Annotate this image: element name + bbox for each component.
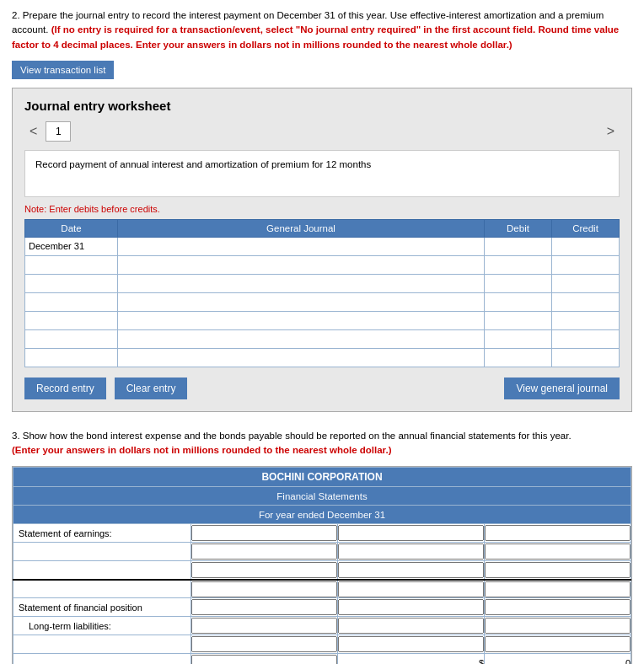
- debit-input-2[interactable]: [485, 256, 551, 274]
- general-input-2[interactable]: [118, 256, 484, 274]
- earnings-r2-input2[interactable]: [338, 562, 484, 578]
- earnings-input-c2[interactable]: [338, 525, 484, 541]
- clear-entry-button[interactable]: Clear entry: [115, 378, 188, 399]
- view-general-journal-button[interactable]: View general journal: [504, 378, 620, 399]
- earnings-r1-input2[interactable]: [338, 544, 484, 560]
- debit-cell-6[interactable]: [485, 329, 552, 348]
- general-cell-2[interactable]: [118, 255, 485, 274]
- lt-r2-input1[interactable]: [191, 655, 337, 664]
- debit-cell-1[interactable]: [485, 237, 552, 255]
- lt-r1-input2[interactable]: [338, 636, 484, 652]
- earnings-input-col1[interactable]: [191, 524, 338, 543]
- view-transaction-button[interactable]: View transaction list: [12, 61, 114, 79]
- lt-r1-c2[interactable]: [338, 635, 485, 654]
- lt-input1[interactable]: [191, 618, 337, 634]
- general-cell-3[interactable]: [118, 274, 485, 292]
- credit-cell-7[interactable]: [552, 348, 620, 367]
- debit-cell-7[interactable]: [485, 348, 552, 367]
- credit-cell-2[interactable]: [552, 255, 620, 274]
- earnings-input-col3[interactable]: [485, 524, 631, 543]
- lt-input2[interactable]: [338, 618, 484, 634]
- earnings-total-c3[interactable]: [485, 580, 631, 598]
- lt-c3[interactable]: [485, 617, 631, 635]
- statement-earnings-header-row: Statement of earnings:: [13, 524, 631, 543]
- financial-period: For year ended December 31: [13, 506, 631, 524]
- nav-next-arrow[interactable]: >: [602, 122, 620, 141]
- corp-period-row: For year ended December 31: [13, 506, 631, 524]
- credit-cell-6[interactable]: [552, 329, 620, 348]
- credit-input-4[interactable]: [552, 293, 619, 311]
- general-input-5[interactable]: [118, 312, 484, 329]
- credit-input-6[interactable]: [552, 330, 619, 348]
- earnings-r1-c2[interactable]: [338, 543, 485, 561]
- earnings-input-col2[interactable]: [338, 524, 485, 543]
- fp-header-input2[interactable]: [338, 599, 484, 615]
- debit-input-1[interactable]: [485, 238, 551, 255]
- general-cell-6[interactable]: [118, 329, 485, 348]
- general-cell-4[interactable]: [118, 292, 485, 311]
- lt-r1-input3[interactable]: [485, 636, 631, 652]
- earnings-r1-input3[interactable]: [485, 544, 631, 560]
- general-input-1[interactable]: [118, 238, 484, 255]
- col-date: Date: [25, 219, 118, 237]
- lt-r2-c1[interactable]: [191, 654, 338, 664]
- lt-r1-c3[interactable]: [485, 635, 631, 654]
- earnings-r2-c1[interactable]: [191, 561, 338, 580]
- earnings-input-c3[interactable]: [485, 525, 631, 541]
- credit-cell-4[interactable]: [552, 292, 620, 311]
- credit-cell-1[interactable]: [552, 237, 620, 255]
- earnings-input-c1[interactable]: [191, 525, 337, 541]
- debit-input-5[interactable]: [485, 312, 551, 329]
- statement-earnings-label: Statement of earnings:: [13, 524, 191, 543]
- earnings-total-c2[interactable]: [338, 580, 485, 598]
- record-entry-button[interactable]: Record entry: [24, 378, 106, 399]
- earnings-row-1: [13, 543, 631, 561]
- earnings-r1-input1[interactable]: [191, 544, 337, 560]
- general-cell-7[interactable]: [118, 348, 485, 367]
- fp-header-input1[interactable]: [191, 599, 337, 615]
- instruction-3: 3. Show how the bond interest expense an…: [12, 429, 632, 458]
- page-number: 1: [56, 126, 62, 137]
- fp-header-c3[interactable]: [485, 598, 631, 617]
- earnings-total-input2[interactable]: [338, 581, 484, 597]
- earnings-r2-input1[interactable]: [191, 562, 337, 578]
- earnings-r2-c3[interactable]: [485, 561, 631, 580]
- general-cell-5[interactable]: [118, 311, 485, 329]
- credit-input-3[interactable]: [552, 275, 619, 292]
- debit-input-3[interactable]: [485, 275, 551, 292]
- lt-r1-c1[interactable]: [191, 635, 338, 654]
- credit-input-7[interactable]: [552, 349, 619, 367]
- earnings-total-input1[interactable]: [191, 581, 337, 597]
- lt-c1[interactable]: [191, 617, 338, 635]
- credit-input-2[interactable]: [552, 256, 619, 274]
- debit-cell-4[interactable]: [485, 292, 552, 311]
- fp-header-c2[interactable]: [338, 598, 485, 617]
- lt-input3[interactable]: [485, 618, 631, 634]
- general-input-6[interactable]: [118, 330, 484, 348]
- general-input-4[interactable]: [118, 293, 484, 311]
- credit-input-5[interactable]: [552, 312, 619, 329]
- general-cell-1[interactable]: [118, 237, 485, 255]
- lt-r1-input1[interactable]: [191, 636, 337, 652]
- credit-input-1[interactable]: [552, 238, 619, 255]
- credit-cell-3[interactable]: [552, 274, 620, 292]
- earnings-r2-input3[interactable]: [485, 562, 631, 578]
- debit-cell-5[interactable]: [485, 311, 552, 329]
- general-input-3[interactable]: [118, 275, 484, 292]
- general-input-7[interactable]: [118, 349, 484, 367]
- lt-c2[interactable]: [338, 617, 485, 635]
- fp-header-input3[interactable]: [485, 599, 631, 615]
- debit-input-7[interactable]: [485, 349, 551, 367]
- earnings-r2-c2[interactable]: [338, 561, 485, 580]
- earnings-r1-c1[interactable]: [191, 543, 338, 561]
- credit-cell-5[interactable]: [552, 311, 620, 329]
- debit-input-4[interactable]: [485, 293, 551, 311]
- earnings-total-c1[interactable]: [191, 580, 338, 598]
- earnings-r1-c3[interactable]: [485, 543, 631, 561]
- debit-cell-3[interactable]: [485, 274, 552, 292]
- earnings-total-input3[interactable]: [485, 581, 631, 597]
- nav-prev-arrow[interactable]: <: [24, 122, 42, 141]
- debit-cell-2[interactable]: [485, 255, 552, 274]
- fp-header-c1[interactable]: [191, 598, 338, 617]
- debit-input-6[interactable]: [485, 330, 551, 348]
